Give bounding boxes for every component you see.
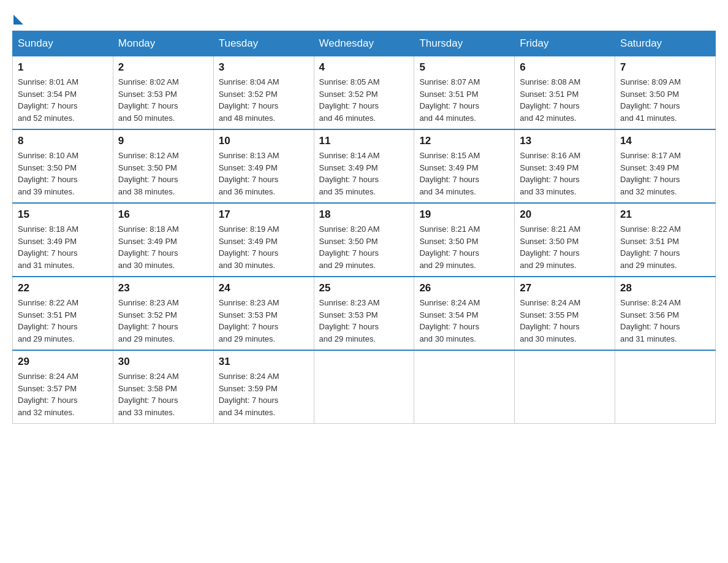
calendar-cell: 2 Sunrise: 8:02 AMSunset: 3:53 PMDayligh… <box>113 56 213 130</box>
day-number: 17 <box>219 209 309 221</box>
calendar-cell: 8 Sunrise: 8:10 AMSunset: 3:50 PMDayligh… <box>13 129 113 203</box>
day-number: 30 <box>118 356 208 368</box>
calendar-cell: 15 Sunrise: 8:18 AMSunset: 3:49 PMDaylig… <box>13 203 113 277</box>
logo <box>12 12 23 25</box>
day-number: 4 <box>319 61 409 74</box>
logo-triangle-icon <box>13 15 23 25</box>
day-info: Sunrise: 8:21 AMSunset: 3:50 PMDaylight:… <box>520 223 610 271</box>
day-info: Sunrise: 8:21 AMSunset: 3:50 PMDaylight:… <box>419 223 509 271</box>
day-info: Sunrise: 8:09 AMSunset: 3:50 PMDaylight:… <box>620 76 710 124</box>
day-info: Sunrise: 8:15 AMSunset: 3:49 PMDaylight:… <box>419 150 509 197</box>
day-number: 1 <box>18 61 108 74</box>
day-number: 13 <box>520 135 610 147</box>
day-of-week-header: Thursday <box>414 31 515 56</box>
day-number: 26 <box>419 282 509 294</box>
day-of-week-header: Friday <box>515 31 615 56</box>
day-number: 20 <box>520 209 610 221</box>
day-info: Sunrise: 8:19 AMSunset: 3:49 PMDaylight:… <box>219 223 309 271</box>
calendar-cell <box>314 350 414 424</box>
calendar-cell: 12 Sunrise: 8:15 AMSunset: 3:49 PMDaylig… <box>414 129 515 203</box>
day-info: Sunrise: 8:14 AMSunset: 3:49 PMDaylight:… <box>319 150 409 197</box>
day-number: 10 <box>219 135 309 147</box>
day-info: Sunrise: 8:23 AMSunset: 3:53 PMDaylight:… <box>319 297 409 345</box>
day-number: 16 <box>118 209 208 221</box>
calendar-cell <box>414 350 515 424</box>
day-number: 12 <box>419 135 509 147</box>
day-info: Sunrise: 8:07 AMSunset: 3:51 PMDaylight:… <box>419 76 509 124</box>
day-info: Sunrise: 8:23 AMSunset: 3:53 PMDaylight:… <box>219 297 309 345</box>
calendar-cell <box>615 350 716 424</box>
calendar-week-row: 29 Sunrise: 8:24 AMSunset: 3:57 PMDaylig… <box>13 350 716 424</box>
calendar-cell: 23 Sunrise: 8:23 AMSunset: 3:52 PMDaylig… <box>113 277 213 350</box>
day-number: 7 <box>620 61 710 74</box>
day-number: 23 <box>118 282 208 294</box>
calendar-cell: 31 Sunrise: 8:24 AMSunset: 3:59 PMDaylig… <box>213 350 314 424</box>
calendar-week-row: 15 Sunrise: 8:18 AMSunset: 3:49 PMDaylig… <box>13 203 716 277</box>
calendar-cell: 9 Sunrise: 8:12 AMSunset: 3:50 PMDayligh… <box>113 129 213 203</box>
day-info: Sunrise: 8:08 AMSunset: 3:51 PMDaylight:… <box>520 76 610 124</box>
calendar-cell: 21 Sunrise: 8:22 AMSunset: 3:51 PMDaylig… <box>615 203 716 277</box>
calendar-cell: 22 Sunrise: 8:22 AMSunset: 3:51 PMDaylig… <box>13 277 113 350</box>
calendar-cell: 17 Sunrise: 8:19 AMSunset: 3:49 PMDaylig… <box>213 203 314 277</box>
day-info: Sunrise: 8:24 AMSunset: 3:54 PMDaylight:… <box>419 297 509 345</box>
day-of-week-header: Wednesday <box>314 31 414 56</box>
calendar-cell: 26 Sunrise: 8:24 AMSunset: 3:54 PMDaylig… <box>414 277 515 350</box>
day-number: 25 <box>319 282 409 294</box>
day-of-week-header: Saturday <box>615 31 716 56</box>
day-number: 15 <box>18 209 108 221</box>
calendar-cell: 24 Sunrise: 8:23 AMSunset: 3:53 PMDaylig… <box>213 277 314 350</box>
day-info: Sunrise: 8:22 AMSunset: 3:51 PMDaylight:… <box>620 223 710 271</box>
calendar-cell: 4 Sunrise: 8:05 AMSunset: 3:52 PMDayligh… <box>314 56 414 130</box>
calendar-header-row: SundayMondayTuesdayWednesdayThursdayFrid… <box>13 31 716 56</box>
page-header <box>12 12 716 25</box>
calendar-week-row: 8 Sunrise: 8:10 AMSunset: 3:50 PMDayligh… <box>13 129 716 203</box>
day-info: Sunrise: 8:23 AMSunset: 3:52 PMDaylight:… <box>118 297 208 345</box>
calendar-cell: 13 Sunrise: 8:16 AMSunset: 3:49 PMDaylig… <box>515 129 615 203</box>
day-number: 31 <box>219 356 309 368</box>
calendar-cell: 29 Sunrise: 8:24 AMSunset: 3:57 PMDaylig… <box>13 350 113 424</box>
day-number: 3 <box>219 61 309 74</box>
calendar-cell: 11 Sunrise: 8:14 AMSunset: 3:49 PMDaylig… <box>314 129 414 203</box>
day-info: Sunrise: 8:13 AMSunset: 3:49 PMDaylight:… <box>219 150 309 197</box>
day-info: Sunrise: 8:22 AMSunset: 3:51 PMDaylight:… <box>18 297 108 345</box>
calendar-cell: 27 Sunrise: 8:24 AMSunset: 3:55 PMDaylig… <box>515 277 615 350</box>
calendar-cell: 3 Sunrise: 8:04 AMSunset: 3:52 PMDayligh… <box>213 56 314 130</box>
calendar-cell: 5 Sunrise: 8:07 AMSunset: 3:51 PMDayligh… <box>414 56 515 130</box>
day-info: Sunrise: 8:18 AMSunset: 3:49 PMDaylight:… <box>18 223 108 271</box>
calendar-cell: 25 Sunrise: 8:23 AMSunset: 3:53 PMDaylig… <box>314 277 414 350</box>
calendar-cell: 6 Sunrise: 8:08 AMSunset: 3:51 PMDayligh… <box>515 56 615 130</box>
day-number: 28 <box>620 282 710 294</box>
day-number: 8 <box>18 135 108 147</box>
day-info: Sunrise: 8:04 AMSunset: 3:52 PMDaylight:… <box>219 76 309 124</box>
day-info: Sunrise: 8:01 AMSunset: 3:54 PMDaylight:… <box>18 76 108 124</box>
calendar-cell <box>515 350 615 424</box>
day-info: Sunrise: 8:24 AMSunset: 3:59 PMDaylight:… <box>219 370 309 418</box>
calendar-table: SundayMondayTuesdayWednesdayThursdayFrid… <box>12 31 716 424</box>
day-info: Sunrise: 8:05 AMSunset: 3:52 PMDaylight:… <box>319 76 409 124</box>
day-number: 29 <box>18 356 108 368</box>
calendar-cell: 10 Sunrise: 8:13 AMSunset: 3:49 PMDaylig… <box>213 129 314 203</box>
day-info: Sunrise: 8:24 AMSunset: 3:55 PMDaylight:… <box>520 297 610 345</box>
calendar-cell: 18 Sunrise: 8:20 AMSunset: 3:50 PMDaylig… <box>314 203 414 277</box>
day-number: 2 <box>118 61 208 74</box>
day-of-week-header: Sunday <box>13 31 113 56</box>
day-number: 14 <box>620 135 710 147</box>
day-number: 22 <box>18 282 108 294</box>
calendar-cell: 1 Sunrise: 8:01 AMSunset: 3:54 PMDayligh… <box>13 56 113 130</box>
day-number: 9 <box>118 135 208 147</box>
day-info: Sunrise: 8:24 AMSunset: 3:57 PMDaylight:… <box>18 370 108 418</box>
day-info: Sunrise: 8:24 AMSunset: 3:56 PMDaylight:… <box>620 297 710 345</box>
day-info: Sunrise: 8:17 AMSunset: 3:49 PMDaylight:… <box>620 150 710 197</box>
day-info: Sunrise: 8:02 AMSunset: 3:53 PMDaylight:… <box>118 76 208 124</box>
day-info: Sunrise: 8:24 AMSunset: 3:58 PMDaylight:… <box>118 370 208 418</box>
day-info: Sunrise: 8:10 AMSunset: 3:50 PMDaylight:… <box>18 150 108 197</box>
calendar-cell: 7 Sunrise: 8:09 AMSunset: 3:50 PMDayligh… <box>615 56 716 130</box>
day-number: 24 <box>219 282 309 294</box>
calendar-cell: 30 Sunrise: 8:24 AMSunset: 3:58 PMDaylig… <box>113 350 213 424</box>
day-info: Sunrise: 8:18 AMSunset: 3:49 PMDaylight:… <box>118 223 208 271</box>
day-number: 18 <box>319 209 409 221</box>
day-number: 11 <box>319 135 409 147</box>
calendar-cell: 28 Sunrise: 8:24 AMSunset: 3:56 PMDaylig… <box>615 277 716 350</box>
day-info: Sunrise: 8:16 AMSunset: 3:49 PMDaylight:… <box>520 150 610 197</box>
calendar-cell: 19 Sunrise: 8:21 AMSunset: 3:50 PMDaylig… <box>414 203 515 277</box>
